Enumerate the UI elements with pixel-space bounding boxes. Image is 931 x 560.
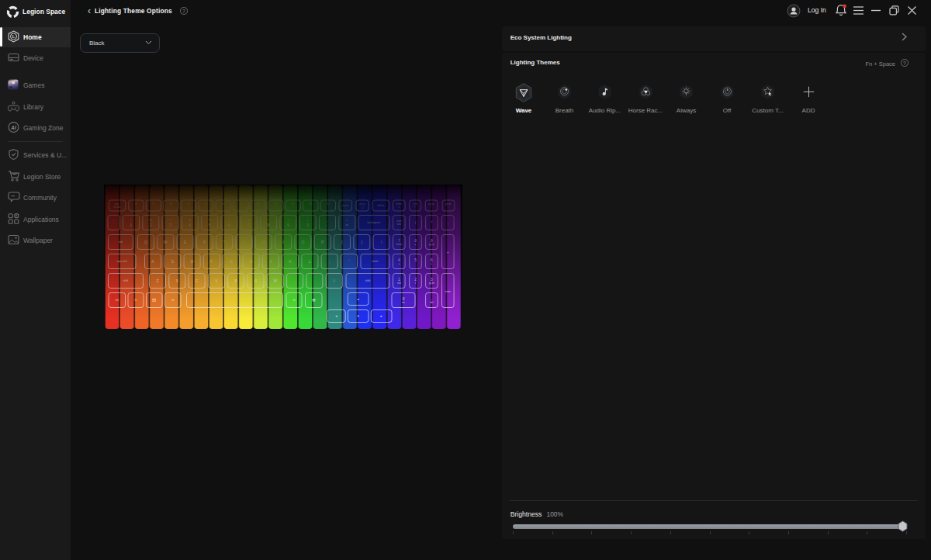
svg-text:AI: AI — [10, 125, 16, 130]
svg-text:L: L — [12, 34, 16, 39]
